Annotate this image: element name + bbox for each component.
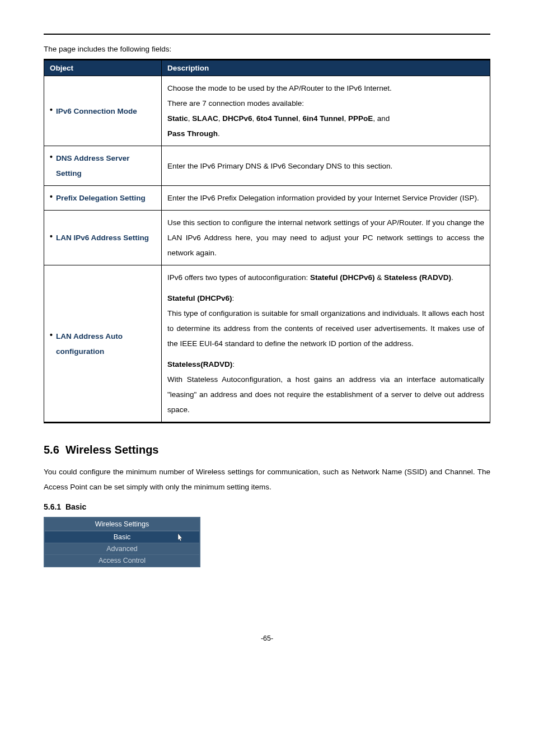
table-header-row: Object Description xyxy=(44,60,490,76)
fields-table: Object Description • IPv6 Connection Mod… xyxy=(44,59,490,423)
section-title: Wireless Settings xyxy=(65,444,159,456)
table-row: • Prefix Delegation Setting Enter the IP… xyxy=(44,186,490,211)
menu-item-label: Basic xyxy=(114,533,131,541)
object-cell: • Prefix Delegation Setting xyxy=(44,186,162,211)
menu-title: Wireless Settings xyxy=(45,518,199,531)
object-label: LAN IPv6 Address Setting xyxy=(56,230,149,245)
object-cell: • LAN Address Auto configuration xyxy=(44,265,162,423)
intro-text: The page includes the following fields: xyxy=(44,45,490,53)
subsection-number: 5.6.1 xyxy=(44,502,61,511)
object-label: LAN Address Auto configuration xyxy=(56,329,156,359)
desc-paragraph: With Stateless Autoconfiguration, a host… xyxy=(167,372,484,417)
description-cell: Enter the IPv6 Primary DNS & IPv6 Second… xyxy=(162,146,490,186)
menu-item-label: Access Control xyxy=(99,557,146,564)
desc-subhead: Stateful (DHCPv6): xyxy=(167,291,484,306)
section-heading: 5.6 Wireless Settings xyxy=(44,444,490,456)
description-cell: Enter the IPv6 Prefix Delegation informa… xyxy=(162,186,490,211)
subsection-title: Basic xyxy=(65,502,86,511)
bullet-icon: • xyxy=(50,104,53,116)
menu-item-label: Advanced xyxy=(106,545,138,553)
bullet-icon: • xyxy=(50,151,53,163)
bullet-icon: • xyxy=(50,190,53,203)
object-cell: • IPv6 Connection Mode xyxy=(44,76,162,146)
bullet-icon: • xyxy=(50,329,53,341)
menu-item-basic[interactable]: Basic xyxy=(45,531,199,543)
header-description: Description xyxy=(162,60,490,76)
desc-paragraph: IPv6 offers two types of autoconfigurati… xyxy=(167,270,484,285)
table-row: • DNS Address Server Setting Enter the I… xyxy=(44,146,490,186)
desc-line: Static, SLAAC, DHCPv6, 6to4 Tunnel, 6in4… xyxy=(167,111,484,126)
table-row: • IPv6 Connection Mode Choose the mode t… xyxy=(44,76,490,146)
object-cell: • DNS Address Server Setting xyxy=(44,146,162,186)
section-number: 5.6 xyxy=(44,444,59,456)
desc-line: There are 7 connection modes available: xyxy=(167,96,484,111)
section-body: You could configure the minimum number o… xyxy=(44,464,490,494)
description-cell: IPv6 offers two types of autoconfigurati… xyxy=(162,265,490,423)
desc-paragraph: This type of configuration is suitable f… xyxy=(167,306,484,351)
table-row: • LAN IPv6 Address Setting Use this sect… xyxy=(44,211,490,265)
description-cell: Use this section to configure the intern… xyxy=(162,211,490,265)
menu-item-advanced[interactable]: Advanced xyxy=(45,543,199,555)
page-number: -65- xyxy=(44,634,490,642)
object-label: Prefix Delegation Setting xyxy=(56,190,146,206)
wireless-settings-menu: Wireless Settings Basic Advanced Access … xyxy=(44,517,200,567)
object-label: IPv6 Connection Mode xyxy=(56,104,137,119)
header-object: Object xyxy=(44,60,162,76)
horizontal-rule xyxy=(44,34,490,35)
desc-subhead: Stateless(RADVD): xyxy=(167,357,484,372)
table-row: • LAN Address Auto configuration IPv6 of… xyxy=(44,265,490,423)
subsection-heading: 5.6.1 Basic xyxy=(44,502,490,511)
object-label: DNS Address Server Setting xyxy=(56,151,156,181)
desc-line: Pass Through. xyxy=(167,126,484,141)
bullet-icon: • xyxy=(50,230,53,242)
menu-item-access-control[interactable]: Access Control xyxy=(45,555,199,566)
object-cell: • LAN IPv6 Address Setting xyxy=(44,211,162,265)
description-cell: Choose the mode to be used by the AP/Rou… xyxy=(162,76,490,146)
desc-line: Choose the mode to be used by the AP/Rou… xyxy=(167,81,484,96)
